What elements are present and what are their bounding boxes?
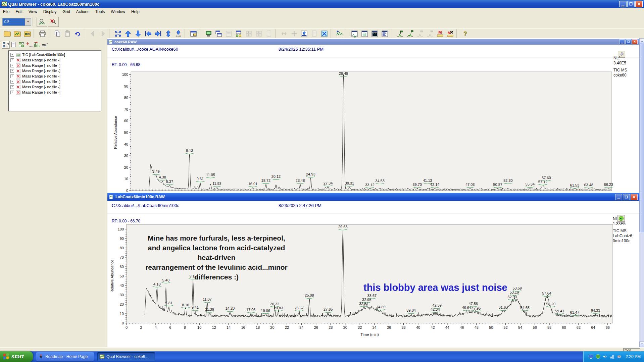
tree-item-6[interactable]: +Mass Range [- no file -]: [8, 84, 101, 90]
cell-close-button[interactable]: ✕: [631, 194, 638, 200]
tree-item-5[interactable]: +Mass Range [- no file -]: [8, 79, 101, 84]
pan-right-icon[interactable]: [153, 29, 163, 38]
peak-integration-icon[interactable]: [405, 29, 415, 38]
close-button[interactable]: ✕: [635, 1, 643, 7]
display-list-icon[interactable]: [380, 29, 390, 38]
tree-item-4[interactable]: +Mass Range [- no file -]: [8, 73, 101, 79]
cell-minimize-button[interactable]: ▁: [615, 194, 622, 200]
y-tick-label: 60: [124, 119, 128, 123]
volume-icon[interactable]: [602, 354, 608, 359]
restore-button[interactable]: ❒: [627, 1, 635, 7]
fit-height-icon[interactable]: [299, 29, 309, 38]
library-search-icon[interactable]: M: [435, 29, 445, 38]
menu-help[interactable]: Help: [128, 8, 143, 15]
offset-traces-icon[interactable]: [334, 29, 344, 38]
normalize-0-100-icon[interactable]: 0-100: [173, 29, 183, 38]
zoom-chromatogram-icon[interactable]: [37, 17, 47, 27]
ms-level-combobox[interactable]: 2.0 ▼: [2, 18, 31, 26]
reset-zoom-icon[interactable]: [48, 17, 59, 27]
library-export-icon[interactable]: M: [445, 29, 455, 38]
tree-item-7[interactable]: +Mass Range [- no file -]: [8, 90, 101, 95]
combobox-dropdown-icon[interactable]: ▼: [25, 18, 31, 25]
peak-label: 47.95: [472, 306, 481, 310]
scrollbar-thumb[interactable]: [639, 44, 644, 232]
tab-structure-icon[interactable]: [17, 41, 25, 49]
menu-display[interactable]: Display: [40, 8, 59, 15]
scale-up-icon[interactable]: [123, 29, 133, 38]
vertical-scrollbar[interactable]: ▲ ▼: [639, 38, 644, 347]
plot-area[interactable]: [131, 72, 612, 191]
open-result-icon[interactable]: [12, 29, 22, 38]
tab-mz-icon[interactable]: m/z: [25, 41, 33, 49]
menu-window[interactable]: Window: [108, 8, 128, 15]
autorange-icon[interactable]: [163, 29, 173, 38]
menu-actions[interactable]: Actions: [73, 8, 92, 15]
cell-info-icon[interactable]: [188, 29, 198, 38]
menu-edit[interactable]: Edit: [12, 8, 26, 15]
scroll-up-icon[interactable]: ▲: [639, 38, 644, 44]
insert-cell-icon[interactable]: [234, 29, 244, 38]
display-spectrum-icon[interactable]: [359, 29, 369, 38]
tree-item-3[interactable]: +Mass Range [- no file -]: [8, 68, 101, 73]
menu-grid[interactable]: Grid: [59, 8, 73, 15]
tab-spectrum-icon[interactable]: [33, 41, 41, 49]
tab-report-icon[interactable]: [10, 41, 17, 49]
open-file-icon[interactable]: [2, 29, 12, 38]
expand-icon[interactable]: +: [10, 74, 14, 78]
pan-left-icon[interactable]: [143, 29, 153, 38]
cell-caption-labcoatz[interactable]: LabCoatz60min100c.RAW ▁ ❒ ✕: [107, 193, 639, 201]
help-icon[interactable]: ?: [460, 29, 470, 38]
expand-icon[interactable]: +: [10, 85, 14, 89]
nl-line: NL:: [613, 56, 638, 61]
x-tick-label: 10: [197, 325, 201, 329]
peak-label: 11.05: [206, 173, 215, 177]
menu-view[interactable]: View: [26, 8, 40, 15]
peak-detection-icon[interactable]: [395, 29, 405, 38]
menu-tools[interactable]: Tools: [92, 8, 108, 15]
raw-file-icon: [109, 195, 114, 200]
display-map-icon[interactable]: [369, 29, 380, 38]
cell-caption-coke60[interactable]: coke60.RAW ▁ ❒ ✕: [107, 39, 639, 45]
display-settings-icon[interactable]: [588, 354, 594, 359]
print-icon[interactable]: [37, 29, 47, 38]
open-sequence-icon[interactable]: [22, 29, 32, 38]
taskbar: start Roadmap - Home Page Qual Browser -…: [0, 351, 644, 362]
expand-icon[interactable]: +: [10, 58, 14, 62]
title-bar[interactable]: Qual Browser - coke60, LabCoatz60min100c…: [0, 0, 644, 8]
cell-maximize-button[interactable]: ❒: [626, 39, 631, 44]
expand-icon[interactable]: +: [10, 91, 14, 94]
tab-msn-icon[interactable]: MSn: [41, 41, 48, 49]
tab-info-icon[interactable]: ?: [2, 41, 10, 49]
expand-icon[interactable]: +: [10, 53, 14, 57]
tree-item-2[interactable]: +Mass Range [- no file -]: [8, 63, 101, 68]
minimize-button[interactable]: ▁: [619, 1, 627, 7]
grid-display-icon[interactable]: [203, 29, 213, 38]
menu-file[interactable]: File: [0, 8, 12, 15]
ranges-tree[interactable]: +TICTIC [LabCoatz60min100c]+Mass Range […: [8, 50, 101, 111]
scale-down-icon[interactable]: [133, 29, 143, 38]
expand-icon[interactable]: +: [10, 80, 14, 84]
x-tick-label: 0: [126, 325, 128, 329]
cell-minimize-button[interactable]: ▁: [619, 39, 625, 44]
task-qual-browser[interactable]: Qual Browser - coke6...: [97, 352, 155, 361]
expand-icon[interactable]: +: [10, 69, 14, 73]
tree-item-1[interactable]: +Mass Range [- no file -]: [8, 57, 101, 63]
chromatogram-coke60[interactable]: 0102030405060708090100Relative Abundance…: [107, 38, 639, 193]
cell-close-button[interactable]: ✕: [632, 39, 638, 44]
removable-device-icon[interactable]: [616, 354, 622, 359]
network-icon[interactable]: [609, 354, 615, 359]
expand-icon[interactable]: +: [10, 64, 14, 67]
display-chromatogram-icon[interactable]: [349, 29, 359, 38]
undo-icon[interactable]: [72, 29, 83, 38]
start-button[interactable]: start: [0, 351, 33, 362]
scroll-down-icon[interactable]: ▼: [639, 342, 644, 347]
reset-scale-icon[interactable]: [113, 29, 123, 38]
task-roadmap[interactable]: Roadmap - Home Page: [36, 352, 94, 361]
grid-arrange-icon[interactable]: [213, 29, 224, 38]
copy-icon[interactable]: [52, 29, 62, 38]
expand-col-icon: [289, 29, 299, 38]
antivirus-shield-icon[interactable]: [595, 354, 601, 359]
swap-cells-icon[interactable]: [319, 29, 329, 38]
cell-maximize-button[interactable]: ❒: [623, 194, 630, 200]
tree-item-0[interactable]: +TICTIC [LabCoatz60min100c]: [8, 52, 101, 57]
